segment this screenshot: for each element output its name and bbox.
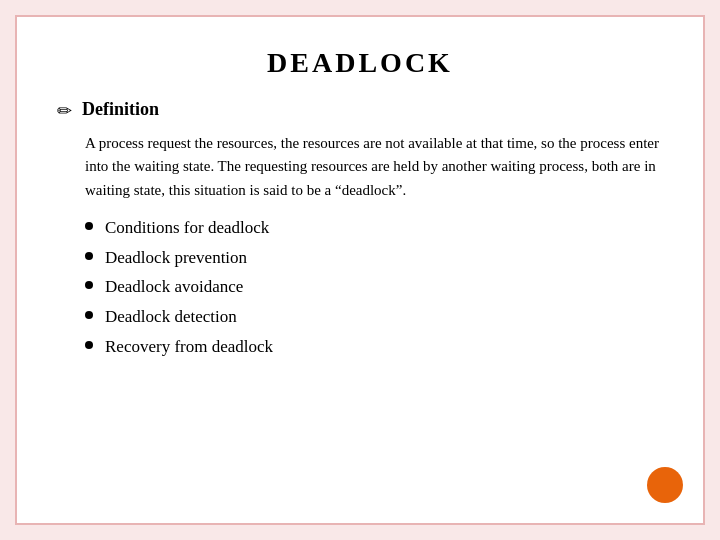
list-item: Deadlock prevention <box>85 246 663 270</box>
bullet-dot <box>85 311 93 319</box>
slide-title: DEADLOCK <box>57 47 663 79</box>
list-item: Recovery from deadlock <box>85 335 663 359</box>
definition-section: ✏ Definition <box>57 99 663 122</box>
list-item-text: Recovery from deadlock <box>105 335 273 359</box>
list-item: Deadlock avoidance <box>85 275 663 299</box>
list-item: Deadlock detection <box>85 305 663 329</box>
bullet-dot <box>85 281 93 289</box>
list-item-text: Deadlock avoidance <box>105 275 243 299</box>
orange-circle <box>647 467 683 503</box>
target-symbol: ✏ <box>57 100 72 122</box>
bullet-list: Conditions for deadlockDeadlock preventi… <box>85 216 663 359</box>
bullet-dot <box>85 222 93 230</box>
definition-label: Definition <box>82 99 159 120</box>
list-item-text: Deadlock prevention <box>105 246 247 270</box>
bullet-dot <box>85 341 93 349</box>
definition-text: A process request the resources, the res… <box>85 132 663 202</box>
list-item-text: Deadlock detection <box>105 305 237 329</box>
bullet-dot <box>85 252 93 260</box>
title-text: DEADLOCK <box>267 47 453 78</box>
list-item-text: Conditions for deadlock <box>105 216 269 240</box>
list-item: Conditions for deadlock <box>85 216 663 240</box>
slide: DEADLOCK ✏ Definition A process request … <box>15 15 705 525</box>
